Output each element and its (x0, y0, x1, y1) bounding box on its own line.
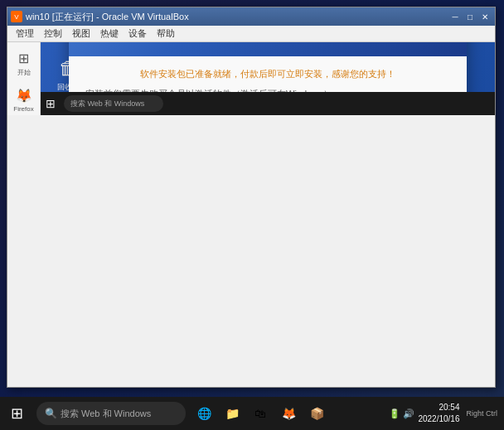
taskbar-search-box[interactable]: 🔍 搜索 Web 和 Windows (36, 402, 186, 425)
time-display: 20:54 (418, 402, 459, 413)
desktop: V win10 [正在运行] - Oracle VM VirtualBox ─ … (0, 0, 504, 430)
vm-screen[interactable]: 🗑 回收站 🌐 Firefox V (41, 42, 495, 115)
volume-icon: 🔊 (403, 408, 414, 419)
sidebar-item-start[interactable]: ⊞ 开始 (9, 49, 39, 79)
inner-search-text: 搜索 Web 和 Windows (70, 99, 144, 109)
close-button[interactable]: ✕ (478, 11, 492, 22)
sidebar-label-start: 开始 (17, 68, 31, 77)
menu-hotkey[interactable]: 热键 (95, 26, 124, 41)
taskbar-edge-icon[interactable]: 🌐 (192, 402, 216, 425)
taskbar-time: 20:54 2022/10/16 (418, 402, 459, 425)
host-taskbar: ⊞ 🔍 搜索 Web 和 Windows 🌐 📁 🛍 🦊 📦 🔋 🔊 20:54… (0, 397, 504, 430)
start-icon: ⊞ (18, 51, 29, 66)
menu-manage[interactable]: 管理 (11, 26, 39, 41)
menu-control[interactable]: 控制 (39, 26, 67, 41)
taskbar-sys-icons: 🔋 🔊 (389, 408, 414, 419)
date-display: 2022/10/16 (418, 413, 459, 425)
inner-start-icon[interactable]: ⊞ (41, 97, 61, 110)
sidebar: ⊞ 开始 🦊 Firefox (7, 42, 41, 115)
taskbar-extra-icon[interactable]: 📦 (305, 402, 328, 425)
inner-search[interactable]: 搜索 Web 和 Windows (64, 95, 163, 112)
taskbar-search-text: 搜索 Web 和 Windows (61, 408, 151, 420)
vm-content: ⊞ 开始 🦊 Firefox 🗑 回收站 🌐 (7, 42, 495, 115)
inner-taskbar: ⊞ 搜索 Web 和 Windows (41, 92, 495, 115)
sidebar-item-firefox[interactable]: 🦊 Firefox (9, 85, 39, 115)
network-icon: 🔋 (389, 408, 400, 419)
right-ctrl-label: Right Ctrl (466, 409, 497, 418)
menu-help[interactable]: 帮助 (152, 26, 180, 41)
vbox-icon: V (11, 11, 22, 22)
taskbar-right: 🔋 🔊 20:54 2022/10/16 Right Ctrl (389, 402, 504, 425)
maximize-button[interactable]: □ (463, 11, 477, 22)
notice-text: 软件安装包已准备就绪，付款后即可立即安装，感谢您的支持！ (85, 68, 450, 80)
dialog-banner: Vscode 官方正版安装中心 安全·稳定·高效·可靠 支持Win7、Win10… (69, 42, 467, 56)
taskbar-explorer-icon[interactable]: 📁 (220, 402, 244, 425)
menu-devices[interactable]: 设备 (124, 26, 152, 41)
window-title: win10 [正在运行] - Oracle VM VirtualBox (26, 11, 448, 23)
sidebar-label-firefox: Firefox (13, 105, 33, 113)
taskbar-store-icon[interactable]: 🛍 (249, 402, 272, 425)
taskbar-icons: 🌐 📁 🛍 🦊 📦 (192, 402, 328, 425)
window-controls: ─ □ ✕ (448, 11, 492, 22)
taskbar-firefox-icon[interactable]: 🦊 (277, 402, 300, 425)
firefox-icon: 🦊 (16, 88, 32, 104)
taskbar-start-button[interactable]: ⊞ (0, 397, 33, 430)
minimize-button[interactable]: ─ (448, 11, 462, 22)
virtualbox-window: V win10 [正在运行] - Oracle VM VirtualBox ─ … (7, 7, 496, 388)
inner-desktop: 🗑 回收站 🌐 Firefox V (41, 42, 495, 115)
menu-view[interactable]: 视图 (67, 26, 95, 41)
window-titlebar: V win10 [正在运行] - Oracle VM VirtualBox ─ … (7, 7, 495, 26)
menubar: 管理 控制 视图 热键 设备 帮助 (7, 26, 495, 42)
